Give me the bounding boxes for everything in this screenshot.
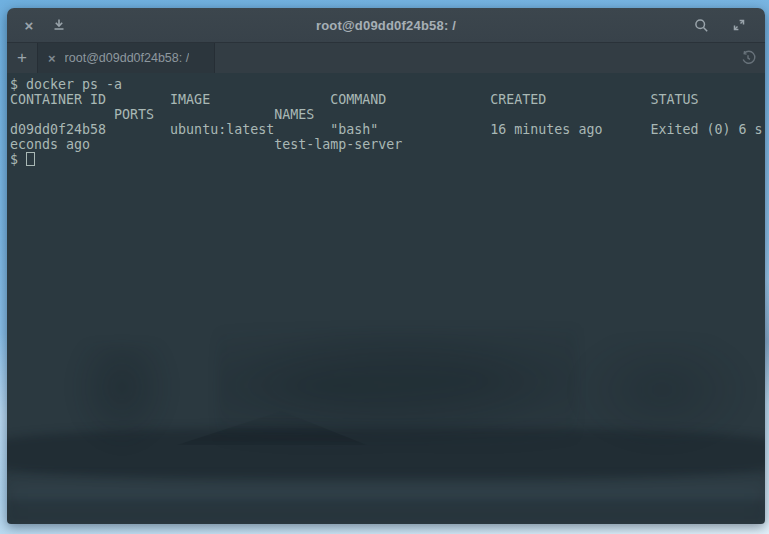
desktop-background: × root@d09dd0f24b58: /: [0, 0, 769, 534]
fullscreen-button[interactable]: [727, 13, 751, 37]
tab-label: root@d09dd0f24b58: /: [65, 51, 190, 65]
terminal-cursor: [26, 152, 35, 166]
wallpaper-trees-left: [67, 343, 177, 453]
titlebar[interactable]: × root@d09dd0f24b58: /: [7, 8, 765, 43]
search-icon: [694, 18, 709, 33]
tab-active[interactable]: × root@d09dd0f24b58: /: [37, 43, 215, 73]
wallpaper-trees-right: [567, 338, 757, 453]
plus-icon: +: [17, 48, 27, 67]
add-terminal-down-button[interactable]: [47, 13, 71, 37]
wallpaper-hill: [177, 411, 367, 445]
terminal-line-header-wrap: PORTS NAMES: [10, 107, 765, 122]
prompt: $: [10, 152, 26, 167]
tab-close-icon[interactable]: ×: [48, 52, 56, 65]
tab-bar-spacer: [215, 43, 731, 73]
titlebar-left-controls: ×: [17, 13, 71, 37]
wallpaper-footer-band: [7, 500, 765, 524]
wallpaper-horizon-band: [7, 428, 765, 480]
add-terminal-down-icon: [52, 18, 66, 32]
fullscreen-icon: [732, 18, 746, 32]
close-icon: ×: [25, 18, 34, 33]
terminal-line-header: CONTAINER ID IMAGE COMMAND CREATED STATU…: [10, 92, 765, 107]
close-button[interactable]: ×: [17, 13, 41, 37]
terminal-prompt-line: $: [10, 152, 765, 167]
history-button[interactable]: [731, 43, 765, 73]
new-tab-button[interactable]: +: [7, 43, 37, 73]
terminal-line-container-row-wrap: econds ago test-lamp-server: [10, 137, 765, 152]
terminal-screen[interactable]: $ docker ps -a CONTAINER ID IMAGE COMMAN…: [7, 73, 765, 524]
history-icon: [740, 50, 756, 66]
wallpaper-lower-glow: [7, 481, 765, 524]
terminal-line-command: $ docker ps -a: [10, 77, 765, 92]
terminal-window: × root@d09dd0f24b58: /: [7, 8, 765, 524]
window-title: root@d09dd0f24b58: /: [7, 18, 765, 33]
search-button[interactable]: [689, 13, 713, 37]
terminal-output: $ docker ps -a CONTAINER ID IMAGE COMMAN…: [7, 73, 765, 167]
wallpaper-trees-center: [217, 328, 577, 458]
terminal-line-container-row: d09dd0f24b58 ubuntu:latest "bash" 16 min…: [10, 122, 765, 137]
titlebar-right-controls: [689, 13, 755, 37]
tab-bar: + × root@d09dd0f24b58: /: [7, 43, 765, 73]
